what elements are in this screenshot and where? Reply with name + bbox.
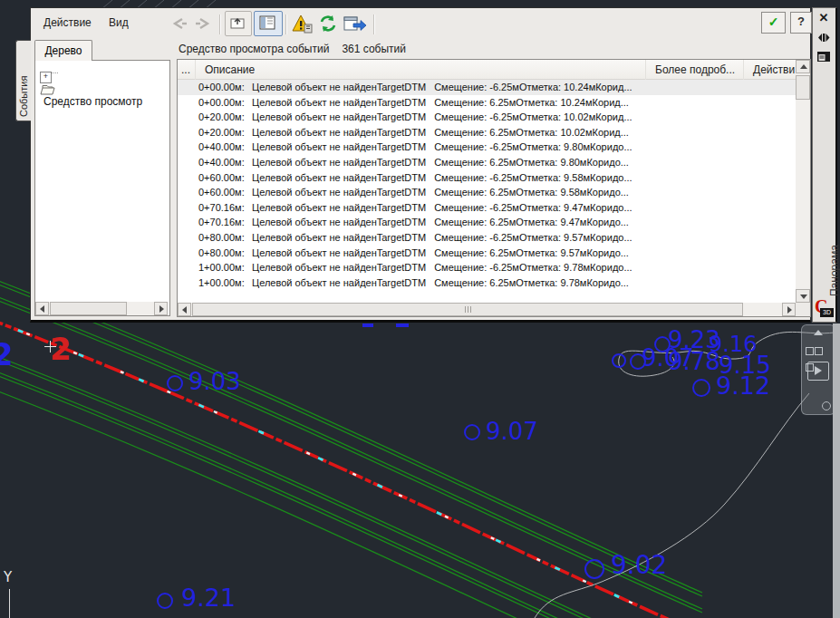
scroll-left-button[interactable] <box>178 303 191 316</box>
view-title: Средство просмотра событий361 событий <box>179 43 406 55</box>
table-row[interactable]: 0+20.00м: Целевой объект не найденTarget… <box>178 125 796 140</box>
row-detail: Смещение: 6.25мОтметка: 9.78мКоридо... <box>434 275 629 291</box>
tree-hscrollbar[interactable] <box>35 302 168 315</box>
alignment-line <box>0 319 702 618</box>
table-row[interactable]: 0+00.00м: Целевой объект не найденTarget… <box>178 95 796 111</box>
table-hscrollbar[interactable] <box>178 303 796 316</box>
table-row[interactable]: 0+40.00м: Целевой объект не найденTarget… <box>178 140 796 155</box>
corridor-edge-lines <box>0 277 702 618</box>
event-count: 361 событий <box>342 43 406 55</box>
column-details[interactable]: Более подроб... <box>646 60 744 80</box>
table-header: ... Описание Более подроб... Действие <box>178 60 810 80</box>
row-station: 0+80.00м: <box>198 246 244 261</box>
row-message: Целевой объект не найденTargetDTM <box>252 110 426 125</box>
tree-connector <box>52 72 58 73</box>
row-detail: Смещение: -6.25мОтметка: 10.02мКорид... <box>434 110 632 125</box>
drawing-scrollbar[interactable] <box>833 323 840 618</box>
row-station: 0+80.00м: <box>198 230 244 246</box>
row-station: 0+40.00м: <box>198 155 244 170</box>
check-icon: ✓ <box>768 14 779 29</box>
tree-item-label: Средство просмотр <box>43 95 142 108</box>
apply-button[interactable]: ✓ <box>761 12 786 34</box>
help-button[interactable]: ? <box>790 12 812 34</box>
scroll-thumb[interactable] <box>192 303 743 316</box>
back-button[interactable] <box>167 15 190 32</box>
row-message: Целевой объект не найденTargetDTM <box>252 140 426 155</box>
table-row[interactable]: 0+20.00м: Целевой объект не найденTarget… <box>178 110 796 125</box>
row-message: Целевой объект не найденTargetDTM <box>252 185 426 200</box>
table-row[interactable]: 0+60.00м: Целевой объект не найденTarget… <box>178 185 796 200</box>
scroll-right-button[interactable] <box>154 302 168 315</box>
help-icon: ? <box>797 14 805 28</box>
row-detail: Смещение: 6.25мОтметка: 9.58мКоридо... <box>434 185 629 200</box>
event-warning-icon[interactable] <box>291 14 314 35</box>
close-icon[interactable]: ✕ <box>816 11 831 24</box>
row-detail: Смещение: -6.25мОтметка: 9.57мКоридо... <box>434 230 632 246</box>
navigation-bar[interactable] <box>801 324 835 415</box>
toolbar-separator <box>373 14 375 34</box>
table-row[interactable]: 0+60.00м: Целевой объект не найденTarget… <box>178 170 796 186</box>
civil3d-workspace: { "palette": { "menus": { "action": "Дей… <box>0 0 840 618</box>
ucs-y-axis-label: Y <box>4 569 12 585</box>
ucs-y-axis-line <box>9 589 10 618</box>
row-station: 0+40.00м: <box>198 140 244 155</box>
row-message: Целевой объект не найденTargetDTM <box>252 155 426 170</box>
table-row[interactable]: 0+70.16м: Целевой объект не найденTarget… <box>178 215 796 230</box>
row-station: 0+70.16м: <box>198 215 244 230</box>
row-station: 0+20.00м: <box>198 110 244 125</box>
column-action[interactable]: Действие <box>744 60 795 80</box>
column-description[interactable]: Описание <box>196 60 646 80</box>
scroll-thumb[interactable] <box>50 302 127 315</box>
civil3d-icon: C 3D <box>814 298 834 320</box>
row-message: Целевой объект не найденTargetDTM <box>252 80 426 95</box>
expand-icon[interactable]: + <box>40 72 52 83</box>
table-row[interactable]: 0+40.00м: Целевой объект не найденTarget… <box>178 155 796 170</box>
tab-tree[interactable]: Дерево <box>34 40 92 61</box>
row-detail: Смещение: 6.25мОтметка: 10.24мКорид... <box>434 95 629 111</box>
thumb-grip <box>468 306 468 313</box>
scroll-left-button[interactable] <box>35 302 49 315</box>
menu-view[interactable]: Вид <box>109 16 129 29</box>
events-table: ... Описание Более подроб... Действие 0+… <box>177 59 811 317</box>
table-row[interactable]: 0+70.16м: Целевой объект не найденTarget… <box>178 200 796 216</box>
collapse-panel-button[interactable] <box>225 11 252 36</box>
export-events-icon[interactable] <box>343 14 368 35</box>
scroll-up-button[interactable] <box>796 60 810 73</box>
navbar-chevron-icon[interactable] <box>814 330 823 335</box>
row-station: 1+00.00м: <box>198 275 244 291</box>
row-detail: Смещение: -6.25мОтметка: 9.80мКоридо... <box>434 140 632 155</box>
properties-icon[interactable] <box>816 51 831 63</box>
table-row[interactable]: 0+80.00м: Целевой объект не найденTarget… <box>178 246 796 261</box>
table-row[interactable]: 0+00.00м: Целевой объект не найденTarget… <box>178 80 796 95</box>
row-message: Целевой объект не найденTargetDTM <box>252 260 426 275</box>
scroll-right-button[interactable] <box>782 303 796 316</box>
autohide-icon[interactable] <box>816 32 831 43</box>
column-icons[interactable]: ... <box>178 60 196 80</box>
navbar-squares-icon[interactable] <box>806 347 831 354</box>
toggle-tree-pane-button[interactable] <box>254 11 283 36</box>
menu-action[interactable]: Действие <box>43 16 92 29</box>
navbar-options-icon[interactable] <box>822 401 831 410</box>
row-detail: Смещение: 6.25мОтметка: 9.80мКоридо... <box>434 155 629 170</box>
refresh-icon[interactable] <box>317 14 339 35</box>
row-detail: Смещение: -6.25мОтметка: 9.58мКоридо... <box>434 170 632 186</box>
table-row[interactable]: 0+80.00м: Целевой объект не найденTarget… <box>178 230 796 246</box>
forward-button[interactable] <box>192 15 216 32</box>
row-station: 1+00.00м: <box>198 260 244 275</box>
table-row[interactable]: 1+00.00м: Целевой объект не найденTarget… <box>178 275 796 291</box>
row-station: 0+20.00м: <box>198 125 244 140</box>
scroll-down-button[interactable] <box>796 289 810 303</box>
row-message: Целевой объект не найденTargetDTM <box>252 275 426 291</box>
tree-item-event-viewer[interactable]: +Средство просмотр <box>40 67 142 82</box>
row-detail: Смещение: 6.25мОтметка: 9.57мКоридо... <box>434 246 629 261</box>
row-detail: Смещение: -6.25мОтметка: 9.47мКоридо... <box>434 200 632 216</box>
panorama-title-strip: ✕ Панорама C 3D <box>812 7 837 323</box>
row-station: 0+00.00м: <box>198 95 244 111</box>
table-row[interactable]: 1+00.00м: Целевой объект не найденTarget… <box>178 260 796 275</box>
scroll-thumb[interactable] <box>796 75 810 100</box>
tab-events-vertical[interactable]: События <box>15 40 31 121</box>
panorama-title: Панорама <box>828 245 840 296</box>
table-vscrollbar[interactable] <box>796 60 810 303</box>
navbar-play-icon[interactable] <box>807 362 829 381</box>
panorama-window: Действие Вид ✓ ? Дерево +Средство просмо… <box>30 7 811 323</box>
